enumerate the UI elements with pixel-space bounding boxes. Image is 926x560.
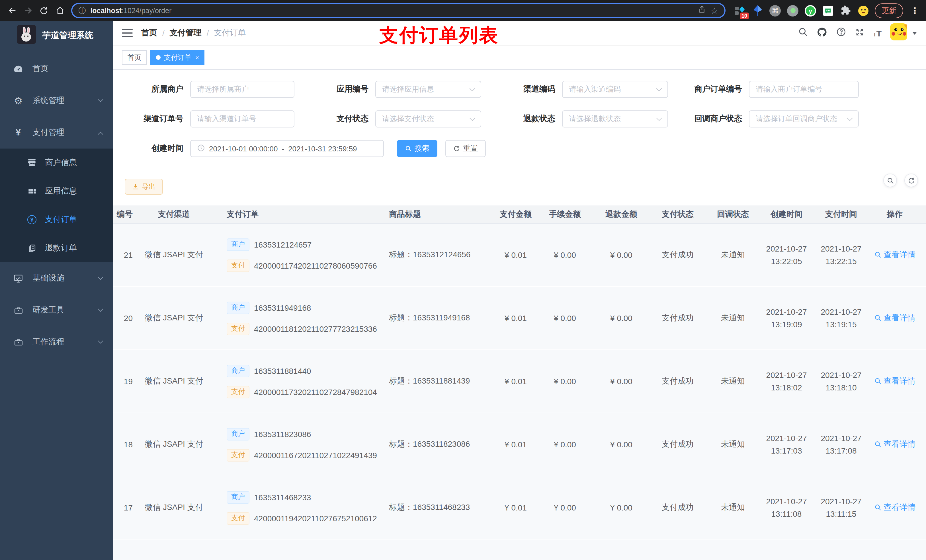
time-value: 13:19:09 <box>760 318 813 331</box>
sidebar-item-app-info[interactable]: 应用信息 <box>0 177 113 205</box>
cell-pay-status: 支付成功 <box>650 376 706 386</box>
sidebar-item-infrastructure[interactable]: 基础设施 <box>0 263 113 294</box>
channel-order-no-field[interactable]: 请输入渠道订单号 <box>190 110 294 127</box>
breadcrumb-item[interactable]: 首页 <box>141 28 157 38</box>
url-text: localhost:1024/pay/order <box>90 6 171 15</box>
export-button[interactable]: 导出 <box>125 179 163 195</box>
cell-create-time: 2021-10-2713:19:09 <box>760 306 813 331</box>
help-icon[interactable] <box>836 27 847 39</box>
avatar[interactable] <box>890 23 907 43</box>
table-row: 19微信 JSAPI 支付商户1635311881440支付4200001173… <box>113 350 926 413</box>
extension-command-icon[interactable]: ⌘ <box>769 4 781 17</box>
toggle-search-button[interactable] <box>883 174 897 187</box>
cell-id: 21 <box>113 251 136 260</box>
site-info-icon[interactable]: ⓘ <box>78 5 86 16</box>
breadcrumb-item[interactable]: 支付管理 <box>170 28 201 38</box>
date-value: 2021-10-27 <box>813 306 870 318</box>
merchant-field[interactable]: 请选择所属商户 <box>190 81 294 98</box>
pay-order-no: 4200001194202110276752100612 <box>254 514 377 523</box>
breadcrumb-separator: / <box>162 29 165 38</box>
column-header: 支付渠道 <box>136 209 212 219</box>
browser-menu-icon[interactable]: ⋮ <box>908 5 921 16</box>
sidebar-item-system-admin[interactable]: ⚙系统管理 <box>0 85 113 117</box>
table-body: 21微信 JSAPI 支付商户1635312124657支付4200001174… <box>113 223 926 560</box>
extension-emoji-icon[interactable] <box>857 4 870 17</box>
filter-group-callback-status-field: 回调商户状态请选择订单回调商户状态 <box>679 110 859 127</box>
pay-status-field-label: 支付状态 <box>306 114 375 124</box>
home-icon[interactable] <box>53 3 68 18</box>
extension-yudao-icon[interactable]: y <box>804 4 817 17</box>
filter-form: 所属商户请选择所属商户应用编号请选择应用信息渠道编码请输入渠道编码商户订单编号请… <box>113 70 926 157</box>
cell-pay-amount: ¥ 0.01 <box>494 251 537 260</box>
extension-grid-icon[interactable]: 10 <box>734 4 746 17</box>
view-detail-link[interactable]: 查看详情 <box>874 439 915 450</box>
sidebar-item-pay-admin[interactable]: ¥支付管理 <box>0 117 113 148</box>
merchant-order-no: 1635312124657 <box>254 240 312 249</box>
close-icon[interactable]: × <box>195 54 199 61</box>
table-row: 20微信 JSAPI 支付商户1635311949168支付4200001181… <box>113 287 926 350</box>
bookmark-star-icon[interactable]: ☆ <box>710 5 718 16</box>
extension-record-icon[interactable] <box>787 4 799 17</box>
reset-button[interactable]: 重置 <box>445 140 486 157</box>
refund-status-field[interactable]: 请选择退款状态 <box>562 110 668 127</box>
chevron-down-icon[interactable] <box>912 32 917 35</box>
cell-pay-time: 2021-10-2713:18:10 <box>813 369 870 394</box>
extension-kite-icon[interactable] <box>751 4 764 17</box>
cell-title: 标题：1635311468233 <box>378 503 494 513</box>
pay-status-field[interactable]: 请选择支付状态 <box>375 110 481 127</box>
callback-status-field[interactable]: 请选择订单回调商户状态 <box>749 110 859 127</box>
chevron-down-icon <box>470 86 475 91</box>
sidebar-item-pay-order[interactable]: ¥支付订单 <box>0 205 113 234</box>
view-detail-link[interactable]: 查看详情 <box>874 250 915 260</box>
annotation-title: 支付订单列表 <box>379 23 499 48</box>
sidebar-item-workflow[interactable]: 工作流程 <box>0 326 113 358</box>
filter-row: 渠道订单号请输入渠道订单号支付状态请选择支付状态退款状态请选择退款状态回调商户状… <box>113 110 926 127</box>
back-icon[interactable] <box>5 3 20 18</box>
view-detail-link[interactable]: 查看详情 <box>874 313 915 323</box>
extension-chat-icon[interactable] <box>822 4 834 17</box>
cell-channel: 微信 JSAPI 支付 <box>136 250 212 260</box>
tag-home[interactable]: 首页 <box>122 50 147 65</box>
view-detail-link[interactable]: 查看详情 <box>874 376 915 386</box>
merchant-tag: 商户 <box>227 491 250 503</box>
address-bar[interactable]: ⓘ localhost:1024/pay/order ☆ <box>71 3 726 18</box>
date-value: 2021-10-27 <box>813 242 870 255</box>
refresh-button[interactable] <box>904 174 918 187</box>
placeholder-text: 请选择所属商户 <box>197 84 249 95</box>
font-size-icon[interactable]: TT <box>873 29 882 37</box>
merchant-order-no-field[interactable]: 请输入商户订单编号 <box>749 81 859 98</box>
channel-code-field[interactable]: 请输入渠道编码 <box>562 81 668 98</box>
cell-create-time: 2021-10-2713:18:02 <box>760 369 813 394</box>
app-logo[interactable]: 芋道管理系统 <box>0 21 113 50</box>
placeholder-text: 请输入商户订单编号 <box>756 84 822 95</box>
placeholder-text: 请选择支付状态 <box>382 114 434 124</box>
tag-pay-order[interactable]: 支付订单× <box>150 50 205 65</box>
cell-pay-order: 商户1635311823086支付42000011672021102710224… <box>212 428 378 461</box>
forward-icon[interactable] <box>21 3 35 18</box>
update-button[interactable]: 更新 <box>875 3 903 18</box>
app-field[interactable]: 请选择应用信息 <box>375 81 481 98</box>
sidebar-item-home[interactable]: 首页 <box>0 53 113 85</box>
fullscreen-icon[interactable] <box>855 27 865 39</box>
cell-refund-amount: ¥ 0.00 <box>593 251 650 260</box>
extensions-puzzle-icon[interactable] <box>840 4 852 17</box>
search-icon[interactable] <box>798 27 808 39</box>
search-button[interactable]: 搜索 <box>397 140 437 157</box>
share-icon[interactable] <box>698 5 706 16</box>
time-value: 13:22:05 <box>760 255 813 267</box>
sidebar-item-dev-tools[interactable]: 研发工具 <box>0 294 113 326</box>
create-time-range-picker[interactable]: 2021-10-01 00:00:00-2021-10-31 23:59:59 <box>190 140 384 157</box>
hamburger-icon[interactable] <box>122 29 133 37</box>
view-detail-label: 查看详情 <box>884 313 915 323</box>
date-value: 2021-10-27 <box>760 495 813 508</box>
view-detail-label: 查看详情 <box>884 503 915 513</box>
view-detail-link[interactable]: 查看详情 <box>874 503 915 513</box>
cell-fee-amount: ¥ 0.00 <box>537 314 593 323</box>
sidebar-item-merchant-info[interactable]: 商户信息 <box>0 148 113 177</box>
table-row-partial: 商户1635311157396 <box>113 539 926 560</box>
sidebar-item-refund-order[interactable]: 退款订单 <box>0 234 113 263</box>
column-header: 编号 <box>113 209 136 219</box>
github-icon[interactable] <box>817 26 828 39</box>
sidebar-item-label: 首页 <box>32 64 48 74</box>
reload-icon[interactable] <box>37 3 51 18</box>
